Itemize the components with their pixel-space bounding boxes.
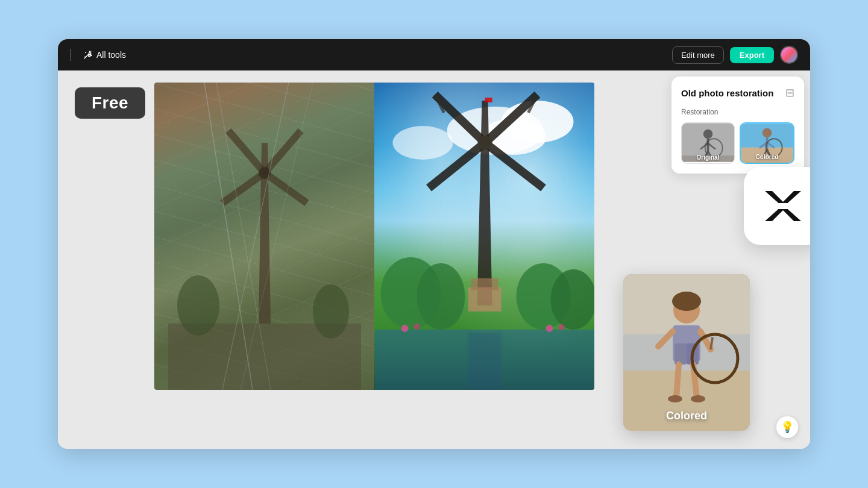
windmill-restored-svg xyxy=(374,83,594,390)
all-tools-label: All tools xyxy=(96,50,126,60)
avatar[interactable] xyxy=(780,46,798,64)
svg-point-29 xyxy=(477,136,492,150)
old-photo-overlay xyxy=(154,83,374,390)
export-button[interactable]: Export xyxy=(730,47,774,63)
panel-settings-icon[interactable]: ⊟ xyxy=(785,86,794,99)
svg-rect-69 xyxy=(675,343,687,364)
panel-header: Old photo restoration ⊟ xyxy=(681,86,794,99)
svg-point-33 xyxy=(417,263,465,330)
all-tools-button[interactable]: All tools xyxy=(78,48,131,62)
svg-point-35 xyxy=(550,269,594,330)
svg-point-40 xyxy=(546,325,553,332)
original-label: Original xyxy=(682,154,734,161)
svg-point-21 xyxy=(392,126,453,160)
svg-rect-30 xyxy=(468,287,501,311)
svg-point-55 xyxy=(763,128,772,137)
svg-point-38 xyxy=(401,325,408,332)
edit-more-button[interactable]: Edit more xyxy=(672,46,724,64)
svg-point-41 xyxy=(558,324,564,330)
restoration-label: Restoration xyxy=(681,108,794,116)
svg-point-44 xyxy=(703,130,712,139)
photo-right-restored xyxy=(374,83,594,390)
svg-rect-37 xyxy=(468,333,501,390)
free-badge: Free xyxy=(75,87,145,119)
svg-point-76 xyxy=(691,395,705,402)
topbar: All tools Edit more Export xyxy=(58,39,810,70)
svg-rect-42 xyxy=(485,98,492,102)
option-original[interactable]: Original xyxy=(681,122,735,164)
app-window: All tools Edit more Export Free xyxy=(58,39,810,449)
svg-point-39 xyxy=(414,324,420,330)
svg-point-1 xyxy=(90,51,91,52)
capcut-logo xyxy=(744,167,810,245)
colored-card-svg xyxy=(623,274,750,431)
colored-card-large: Colored xyxy=(623,274,750,431)
topbar-divider xyxy=(70,49,71,61)
topbar-right: Edit more Export xyxy=(672,46,798,64)
image-container xyxy=(154,83,594,390)
capcut-symbol-svg xyxy=(759,182,807,230)
lightbulb-icon: 💡 xyxy=(781,421,794,434)
colored-card-label: Colored xyxy=(623,410,750,422)
panel-title: Old photo restoration xyxy=(681,88,773,98)
svg-rect-79 xyxy=(777,203,789,209)
svg-point-0 xyxy=(85,52,86,53)
hint-button[interactable]: 💡 xyxy=(776,416,798,438)
svg-point-75 xyxy=(668,395,682,402)
svg-point-2 xyxy=(84,56,85,57)
side-panel: Old photo restoration ⊟ Restoration xyxy=(671,77,804,174)
colored-thumb-label: Colored xyxy=(741,154,793,160)
photo-left-old xyxy=(154,83,374,390)
svg-line-73 xyxy=(676,364,679,398)
topbar-left: All tools xyxy=(70,48,131,62)
option-colored[interactable]: Colored xyxy=(740,122,794,164)
colored-card-inner: Colored xyxy=(623,274,750,431)
restoration-options: Original xyxy=(681,122,794,164)
svg-rect-31 xyxy=(471,278,498,290)
main-content: Free xyxy=(58,70,810,449)
magic-wand-icon xyxy=(83,50,93,60)
svg-point-67 xyxy=(672,292,701,311)
